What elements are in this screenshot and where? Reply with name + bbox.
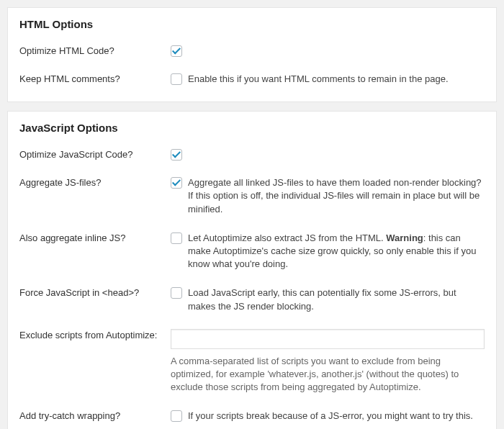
aggregate-js-control: Aggregate all linked JS-files to have th… <box>171 176 485 216</box>
keep-comments-checkbox-line: Enable this if you want HTML comments to… <box>171 73 485 86</box>
exclude-scripts-input[interactable] <box>171 329 485 349</box>
aggregate-inline-js-label: Also aggregate inline JS? <box>19 232 171 243</box>
optimize-html-checkbox[interactable] <box>171 45 182 57</box>
aggregate-inline-js-description: Let Autoptimize also extract JS from the… <box>188 232 485 271</box>
optimize-html-row: Optimize HTML Code? <box>19 45 485 57</box>
keep-comments-checkbox[interactable] <box>171 73 182 85</box>
try-catch-control: If your scripts break because of a JS-er… <box>171 410 485 423</box>
aggregate-inline-desc-warning: Warning <box>386 232 423 243</box>
force-head-label: Force JavaScript in <head>? <box>19 286 171 298</box>
aggregate-inline-desc-prefix: Let Autoptimize also extract JS from the… <box>188 232 386 243</box>
aggregate-inline-js-checkbox[interactable] <box>171 232 182 244</box>
optimize-js-control <box>171 148 485 161</box>
html-options-title: HTML Options <box>19 18 485 30</box>
aggregate-js-checkbox-line: Aggregate all linked JS-files to have th… <box>171 176 485 216</box>
optimize-js-checkbox-line <box>171 148 485 161</box>
html-options-panel: HTML Options Optimize HTML Code? Keep HT… <box>7 7 497 102</box>
aggregate-js-checkbox[interactable] <box>171 177 182 189</box>
force-head-description: Load JavaScript early, this can potentia… <box>188 286 485 312</box>
js-options-title: JavaScript Options <box>19 122 485 134</box>
try-catch-row: Add try-catch wrapping? If your scripts … <box>19 410 485 423</box>
optimize-js-label: Optimize JavaScript Code? <box>19 148 171 160</box>
force-head-checkbox[interactable] <box>171 287 182 299</box>
exclude-scripts-label: Exclude scripts from Autoptimize: <box>19 329 171 340</box>
optimize-html-control <box>171 45 485 57</box>
optimize-js-row: Optimize JavaScript Code? <box>19 148 485 161</box>
aggregate-inline-js-checkbox-line: Let Autoptimize also extract JS from the… <box>171 232 485 271</box>
exclude-scripts-control: A comma-separated list of scripts you wa… <box>171 329 485 394</box>
keep-comments-control: Enable this if you want HTML comments to… <box>171 73 485 86</box>
optimize-html-label: Optimize HTML Code? <box>19 45 171 56</box>
keep-comments-description: Enable this if you want HTML comments to… <box>188 73 449 86</box>
force-head-checkbox-line: Load JavaScript early, this can potentia… <box>171 286 485 312</box>
js-options-panel: JavaScript Options Optimize JavaScript C… <box>7 111 497 429</box>
try-catch-checkbox[interactable] <box>171 410 182 422</box>
force-head-control: Load JavaScript early, this can potentia… <box>171 286 485 312</box>
aggregate-js-row: Aggregate JS-files? Aggregate all linked… <box>19 176 485 216</box>
optimize-js-checkbox[interactable] <box>171 149 182 161</box>
try-catch-description: If your scripts break because of a JS-er… <box>188 410 473 423</box>
try-catch-label: Add try-catch wrapping? <box>19 410 171 421</box>
aggregate-js-description: Aggregate all linked JS-files to have th… <box>188 176 485 216</box>
optimize-html-checkbox-line <box>171 45 485 57</box>
exclude-scripts-row: Exclude scripts from Autoptimize: A comm… <box>19 329 485 394</box>
exclude-scripts-help: A comma-separated list of scripts you wa… <box>171 355 485 394</box>
keep-comments-row: Keep HTML comments? Enable this if you w… <box>19 73 485 86</box>
try-catch-checkbox-line: If your scripts break because of a JS-er… <box>171 410 485 423</box>
keep-comments-label: Keep HTML comments? <box>19 73 171 84</box>
aggregate-inline-js-row: Also aggregate inline JS? Let Autoptimiz… <box>19 232 485 271</box>
aggregate-js-label: Aggregate JS-files? <box>19 176 171 188</box>
force-head-row: Force JavaScript in <head>? Load JavaScr… <box>19 286 485 312</box>
aggregate-inline-js-control: Let Autoptimize also extract JS from the… <box>171 232 485 271</box>
